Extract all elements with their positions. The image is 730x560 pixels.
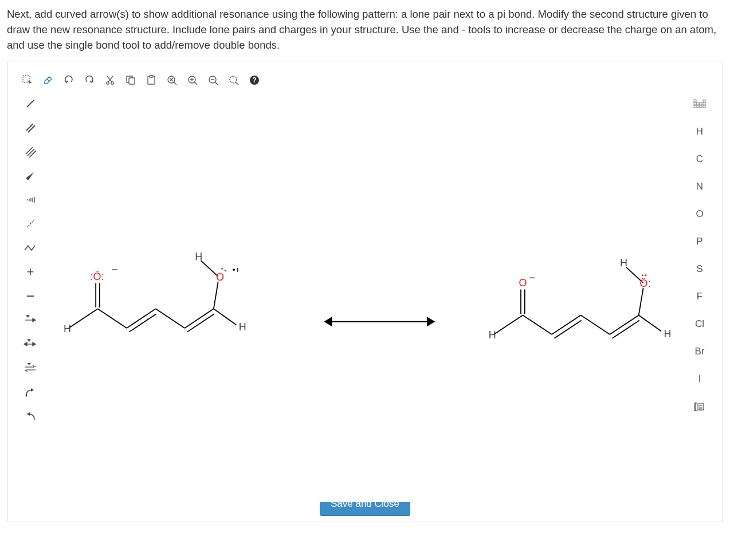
editor-panel: ? + − + + + <box>7 61 723 522</box>
svg-point-2 <box>107 82 109 84</box>
svg-line-11 <box>174 82 176 85</box>
svg-line-61 <box>494 316 523 335</box>
element-N[interactable]: N <box>689 175 710 199</box>
dashed-bond-tool[interactable] <box>20 214 41 234</box>
o2-label-r: Ö: <box>639 278 650 289</box>
svg-line-27 <box>28 125 35 132</box>
left-toolbar: + − + + + <box>18 90 43 502</box>
element-O[interactable]: O <box>689 202 710 226</box>
redo-button[interactable] <box>81 72 98 89</box>
undo-button[interactable] <box>60 72 77 89</box>
single-bond-tool[interactable] <box>20 93 41 114</box>
element-F[interactable]: F <box>689 285 710 309</box>
element-S[interactable]: S <box>689 257 710 281</box>
svg-text:+: + <box>28 363 30 366</box>
svg-line-52 <box>156 309 185 329</box>
o2-charge: •+ <box>232 266 240 275</box>
svg-line-53 <box>185 309 214 329</box>
element-list-button[interactable]: [ <box>689 395 710 419</box>
svg-line-28 <box>26 147 33 154</box>
svg-line-65 <box>552 316 581 335</box>
svg-line-37 <box>27 220 34 227</box>
equilibrium-arrow-tool[interactable]: + <box>20 358 41 378</box>
svg-line-50 <box>127 309 156 329</box>
svg-rect-9 <box>150 76 153 77</box>
zoom-fit-button[interactable] <box>163 72 180 89</box>
copy-button[interactable] <box>122 72 139 89</box>
element-Br[interactable]: Br <box>689 340 710 364</box>
h-top-r: H <box>620 257 627 269</box>
element-Cl[interactable]: Cl <box>689 312 710 336</box>
svg-point-73 <box>642 275 643 277</box>
svg-rect-77 <box>694 102 696 105</box>
h-top: H <box>195 251 202 262</box>
zoom-selection-button[interactable] <box>225 72 242 89</box>
molecule-left: :Ö: − O •+ H H H <box>64 251 246 334</box>
svg-point-74 <box>645 275 647 277</box>
h-left-r: H <box>489 329 496 341</box>
molecule-right: O − Ö: H H H <box>489 257 672 341</box>
element-H[interactable]: H <box>689 120 710 144</box>
svg-text:+: + <box>28 339 30 343</box>
double-bond-tool[interactable] <box>20 117 41 138</box>
svg-rect-79 <box>700 102 702 105</box>
marquee-tool[interactable] <box>19 72 36 89</box>
single-arrow-tool[interactable]: + <box>20 310 41 330</box>
hash-bond-tool[interactable] <box>20 190 41 210</box>
drawing-canvas[interactable]: :Ö: − O •+ H H H <box>43 90 687 502</box>
svg-line-26 <box>26 124 33 131</box>
o1-charge: − <box>111 264 118 277</box>
svg-line-54 <box>187 314 214 332</box>
help-button[interactable]: ? <box>246 72 263 89</box>
zoom-out-button[interactable] <box>205 72 222 89</box>
svg-rect-78 <box>697 102 699 105</box>
svg-line-49 <box>98 309 127 329</box>
chain-tool[interactable] <box>20 238 41 258</box>
svg-line-67 <box>581 316 610 335</box>
resonance-arrow <box>325 318 434 325</box>
svg-rect-82 <box>697 105 699 108</box>
element-P[interactable]: P <box>689 230 710 254</box>
h-left: H <box>64 323 71 334</box>
eraser-tool[interactable] <box>40 72 57 89</box>
element-I[interactable]: I <box>689 367 710 391</box>
cut-button[interactable] <box>101 72 119 89</box>
paste-button[interactable] <box>143 72 160 89</box>
svg-point-59 <box>225 270 226 272</box>
svg-rect-76 <box>703 100 705 102</box>
svg-line-19 <box>215 82 218 85</box>
svg-line-70 <box>639 289 643 316</box>
svg-rect-84 <box>703 105 705 108</box>
svg-line-51 <box>129 314 156 332</box>
double-arrow-tool[interactable]: + <box>20 334 41 354</box>
svg-rect-7 <box>129 78 135 84</box>
svg-line-1 <box>47 79 49 81</box>
triple-bond-tool[interactable] <box>20 141 41 162</box>
svg-line-29 <box>28 149 34 156</box>
wedge-bond-tool[interactable] <box>20 165 41 186</box>
increase-charge-tool[interactable]: + <box>20 262 41 282</box>
o1-label: :Ö: <box>90 271 104 282</box>
zoom-in-button[interactable] <box>184 72 201 89</box>
h-right: H <box>239 322 246 333</box>
svg-text:?: ? <box>252 76 256 84</box>
svg-line-68 <box>610 316 639 335</box>
decrease-charge-tool[interactable]: − <box>20 286 41 306</box>
periodic-table-button[interactable] <box>689 92 710 116</box>
curved-arrow-right-tool[interactable] <box>20 406 41 427</box>
svg-line-15 <box>194 82 197 85</box>
svg-line-30 <box>29 151 36 157</box>
curved-arrow-left-tool[interactable] <box>20 382 41 403</box>
svg-rect-83 <box>700 105 702 108</box>
top-toolbar: ? <box>18 72 712 89</box>
instructions: Next, add curved arrow(s) to show additi… <box>7 7 723 53</box>
h-right-r: H <box>664 328 672 340</box>
svg-point-45 <box>26 395 28 397</box>
svg-rect-75 <box>694 100 696 102</box>
svg-line-71 <box>639 316 661 332</box>
svg-line-66 <box>554 321 581 338</box>
svg-point-58 <box>221 268 223 270</box>
svg-point-3 <box>111 82 113 84</box>
element-C[interactable]: C <box>689 147 710 171</box>
svg-line-56 <box>214 309 236 325</box>
